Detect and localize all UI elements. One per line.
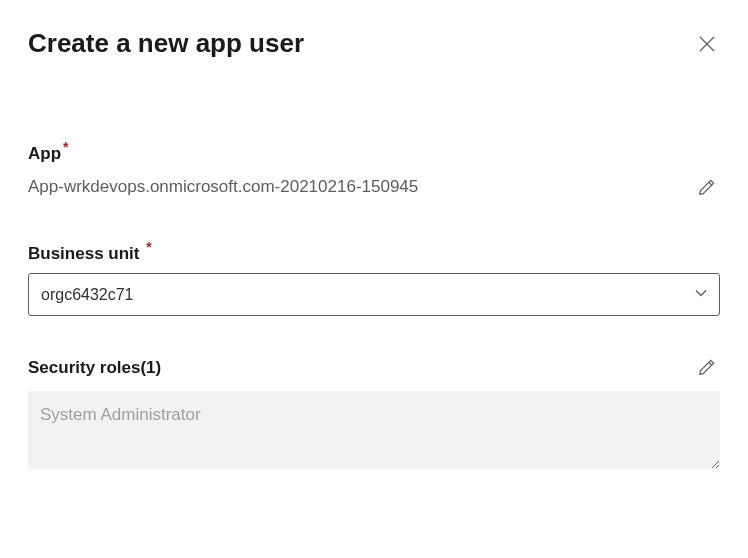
svg-line-3 bbox=[709, 363, 712, 366]
dialog-title: Create a new app user bbox=[28, 28, 304, 59]
business-unit-label: Business unit * bbox=[28, 239, 152, 264]
app-value: App-wrkdevops.onmicrosoft.com-20210216-1… bbox=[28, 177, 418, 197]
pencil-icon bbox=[697, 358, 716, 377]
svg-line-2 bbox=[709, 182, 712, 185]
security-roles-box[interactable] bbox=[28, 391, 720, 469]
required-star: * bbox=[63, 139, 68, 155]
close-button[interactable] bbox=[694, 31, 720, 57]
pencil-icon bbox=[697, 178, 716, 197]
business-unit-select[interactable]: orgc6432c71 bbox=[28, 273, 720, 316]
edit-security-roles-button[interactable] bbox=[693, 354, 720, 381]
edit-app-button[interactable] bbox=[693, 174, 720, 201]
security-roles-label: Security roles(1) bbox=[28, 358, 161, 378]
app-label: App* bbox=[28, 139, 69, 164]
close-icon bbox=[698, 35, 716, 53]
required-star: * bbox=[146, 239, 151, 255]
